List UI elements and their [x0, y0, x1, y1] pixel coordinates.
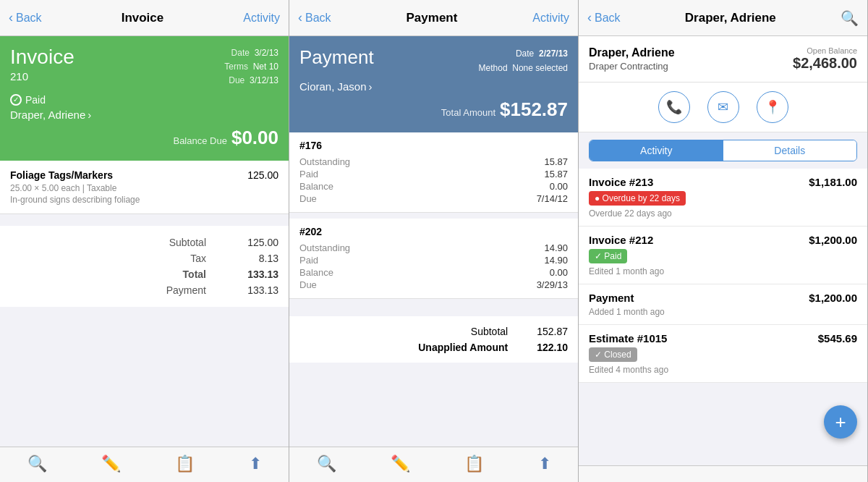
- due-value: 3/29/13: [537, 279, 568, 290]
- paid-value: 14.90: [544, 255, 568, 266]
- payment-activity-button[interactable]: Activity: [532, 12, 569, 25]
- balance-due-label: Balance Due: [173, 135, 226, 146]
- activity-item-sub: Edited 1 month ago: [589, 266, 857, 276]
- customer-company: Draper Contracting: [589, 61, 675, 72]
- pir-paid: Paid 15.87: [299, 168, 568, 180]
- share-tab-icon[interactable]: ⬆: [249, 454, 262, 473]
- invoice-customer-link[interactable]: Draper, Adriene ›: [10, 109, 278, 121]
- terms-label: Terms: [224, 62, 248, 72]
- activity-item-amount: $545.69: [818, 332, 857, 344]
- fab-button[interactable]: +: [824, 405, 857, 439]
- balance-due-amount: $0.00: [231, 127, 278, 149]
- activity-item-title: Invoice #213: [589, 176, 653, 188]
- terms-value: Net 10: [253, 62, 278, 72]
- activity-item[interactable]: Invoice #213 $1,181.00 ● Overdue by 22 d…: [579, 169, 867, 227]
- invoice-back-button[interactable]: ‹ Back: [9, 10, 42, 25]
- paid-label: Paid: [25, 94, 46, 106]
- activity-item-amount: $1,181.00: [809, 176, 857, 188]
- location-button[interactable]: 📍: [757, 91, 788, 123]
- payment-back-chevron-icon: ‹: [298, 10, 302, 25]
- activity-item-title: Estimate #1015: [589, 332, 667, 344]
- payment-search-tab-icon[interactable]: 🔍: [317, 454, 336, 473]
- invoice-customer-name: Draper, Adriene: [10, 109, 85, 121]
- check-circle-icon: ✓: [10, 94, 22, 106]
- payment-edit-tab-icon[interactable]: ✏️: [391, 454, 410, 473]
- back-chevron-icon: ‹: [9, 10, 13, 25]
- pir-balance: Balance 0.00: [299, 180, 568, 193]
- payment-list-tab-icon[interactable]: 📋: [464, 454, 484, 473]
- payment-method-value: None selected: [512, 63, 568, 73]
- activity-item-amount: $1,200.00: [809, 292, 857, 304]
- search-tab-icon[interactable]: 🔍: [27, 454, 47, 473]
- unapplied-value: 122.10: [537, 342, 568, 353]
- paid-badge: ✓ Paid: [10, 94, 278, 106]
- invoice-header: Invoice 210 Date 3/2/13 Terms Net 10 Due…: [0, 36, 289, 161]
- payment-customer-link[interactable]: Cioran, Jason ›: [299, 80, 568, 93]
- activity-tab[interactable]: Activity: [590, 140, 723, 161]
- payment-total-row: Total Amount $152.87: [299, 98, 568, 121]
- totals-section: Subtotal 125.00 Tax 8.13 Total 133.13 Pa…: [0, 226, 289, 307]
- payment-customer-name: Cioran, Jason: [299, 80, 367, 93]
- activity-item-title: Invoice #212: [589, 234, 653, 246]
- list-tab-icon[interactable]: 📋: [175, 454, 195, 473]
- payment-nav-title: Payment: [407, 11, 458, 25]
- payment-title: Payment: [299, 46, 374, 69]
- invoice-nav: ‹ Back Invoice Activity: [0, 0, 289, 36]
- activity-item-row: Payment $1,200.00: [589, 292, 857, 304]
- activity-item-title: Payment: [589, 292, 634, 304]
- activity-item[interactable]: Estimate #1015 $545.69 ✓ Closed Edited 4…: [579, 325, 867, 383]
- due-label: Due: [229, 75, 244, 85]
- phone-button[interactable]: 📞: [658, 91, 690, 123]
- overdue-badge: ● Overdue by 22 days: [589, 191, 686, 206]
- total-value: 133.13: [235, 269, 278, 280]
- total-label: Total: [183, 269, 206, 280]
- invoice-activity-button[interactable]: Activity: [243, 12, 280, 25]
- payment-back-button[interactable]: ‹ Back: [298, 10, 331, 25]
- invoice-nav-title: Invoice: [122, 11, 164, 25]
- email-icon: ✉: [718, 99, 728, 115]
- edit-tab-icon[interactable]: ✏️: [101, 454, 121, 473]
- customer-search-icon[interactable]: 🔍: [841, 9, 859, 27]
- payment-value: 133.13: [235, 284, 278, 296]
- fab-icon: +: [835, 411, 846, 434]
- invoice-panel: ‹ Back Invoice Activity Invoice 210 Date…: [0, 0, 289, 482]
- pir-outstanding: Outstanding 14.90: [299, 242, 568, 254]
- activity-item[interactable]: Payment $1,200.00 Added 1 month ago: [579, 284, 867, 325]
- payment-bottom-tabs: 🔍 ✏️ 📋 ⬆: [289, 447, 578, 482]
- customer-nav-title: Draper, Adriene: [685, 11, 776, 25]
- due-value: 3/12/13: [250, 75, 278, 85]
- date-label: Date: [231, 48, 250, 58]
- activity-item-row: Invoice #212 $1,200.00: [589, 234, 857, 246]
- phone-icon: 📞: [666, 99, 682, 115]
- invoice-title: Invoice: [10, 46, 75, 69]
- balance-value: 0.00: [550, 181, 568, 192]
- due-label: Due: [299, 279, 317, 290]
- subtotal-value: 125.00: [235, 237, 278, 248]
- customer-back-button[interactable]: ‹ Back: [587, 10, 621, 25]
- payment-method-label: Method: [479, 63, 508, 73]
- outstanding-label: Outstanding: [299, 156, 350, 167]
- customer-header: Draper, Adriene Draper Contracting Open …: [579, 36, 867, 83]
- details-tab[interactable]: Details: [723, 140, 857, 161]
- due-label: Due: [299, 193, 317, 204]
- customer-nav: ‹ Back Draper, Adriene 🔍: [579, 0, 867, 36]
- payment-label: Payment: [166, 284, 206, 296]
- activity-item-amount: $1,200.00: [809, 234, 857, 246]
- paid-label: Paid: [299, 169, 318, 179]
- pir-due: Due 3/29/13: [299, 279, 568, 291]
- balance-value: 0.00: [550, 267, 568, 278]
- activity-item[interactable]: Invoice #212 $1,200.00 ✓ Paid Edited 1 m…: [579, 227, 867, 284]
- payment-customer-chevron-icon: ›: [369, 80, 373, 93]
- email-button[interactable]: ✉: [707, 91, 739, 123]
- activity-item-row: Estimate #1015 $545.69: [589, 332, 857, 344]
- line-item-name: Foliage Tags/Markers: [10, 169, 113, 181]
- payment-share-tab-icon[interactable]: ⬆: [538, 454, 551, 473]
- payment-meta: Date 2/27/13 Method None selected: [479, 46, 568, 76]
- pir-number: #202: [299, 226, 568, 237]
- customer-chevron-icon: ›: [88, 109, 91, 121]
- tax-row: Tax 8.13: [10, 250, 278, 266]
- payment-panel: ‹ Back Payment Activity Payment Date 2/2…: [289, 0, 579, 482]
- line-item-description: In-ground signs describing foliage: [10, 195, 278, 205]
- invoice-bottom-tabs: 🔍 ✏️ 📋 ⬆: [0, 447, 289, 482]
- payment-date-value: 2/27/13: [539, 48, 568, 59]
